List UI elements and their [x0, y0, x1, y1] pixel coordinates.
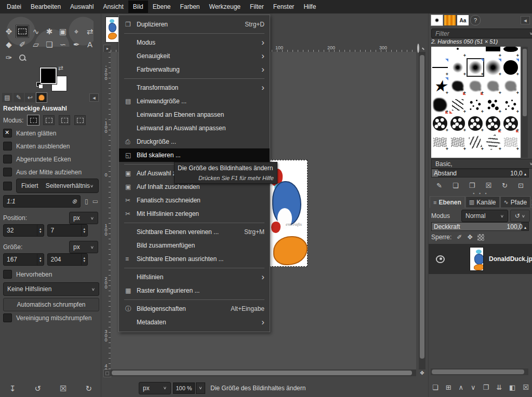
menu-ebene[interactable]: Ebene	[148, 1, 176, 13]
brush-thumbnail[interactable]	[502, 133, 520, 152]
duplicate-brush-icon[interactable]: ❐	[469, 182, 475, 189]
undo-history-tab-icon[interactable]: ↩	[25, 93, 35, 102]
position-y-input[interactable]	[48, 227, 81, 234]
size-width-input[interactable]	[4, 256, 37, 263]
brush-thumbnail[interactable]	[502, 77, 520, 95]
menu-item-farbverwaltung[interactable]: Farbverwaltung ›	[119, 63, 270, 76]
menu-item-modus[interactable]: Modus ›	[119, 36, 270, 49]
transform-tool-icon[interactable]: ⌖	[70, 25, 83, 38]
clear-icon[interactable]: ⊗	[72, 198, 77, 205]
spin-arrows-icon[interactable]: ▴▾	[37, 254, 44, 265]
menu-item-fanatisch-zuschneiden[interactable]: ✂ Fanatisch zuschneiden	[119, 194, 270, 207]
brush-thumbnail[interactable]	[449, 133, 467, 152]
layer-name[interactable]: DonaldDuck.jp	[489, 255, 532, 263]
brush-thumbnail[interactable]	[449, 47, 467, 58]
antialias-checkbox[interactable]	[3, 129, 12, 138]
move-tool-icon[interactable]: ✥	[2, 25, 16, 38]
mode-reset-button[interactable]: ↺ ∨	[510, 210, 530, 222]
menu-item-mit-hilfslinien-zerlegen[interactable]: ✂ Mit Hilfslinien zerlegen	[119, 207, 270, 221]
brush-thumbnail[interactable]	[484, 114, 502, 133]
tool-options-tab-icon[interactable]: ▤	[2, 93, 12, 102]
brush-thumbnail[interactable]	[502, 58, 520, 77]
fixed-type-dropdown[interactable]: Fixiert Seitenverhältnis ∨	[16, 179, 99, 193]
device-status-tab-icon[interactable]: ✎	[14, 93, 24, 102]
menu-werkzeuge[interactable]: Werkzeuge	[205, 1, 245, 13]
menu-item-bild-zusammenfuegen[interactable]: Bild zusammenfügen	[119, 239, 270, 252]
menu-fenster[interactable]: Fenster	[269, 1, 299, 13]
landscape-icon[interactable]: ▭	[92, 198, 98, 205]
menu-item-sichtbare-ebenen-ausrichten[interactable]: ≡ Sichtbare Ebenen ausrichten ...	[119, 252, 270, 266]
brush-thumbnail[interactable]	[467, 114, 484, 133]
menu-item-leinwandgroesse[interactable]: ▤ Leinwandgröße ...	[119, 94, 270, 108]
menu-item-duplizieren[interactable]: ❐ Duplizieren Strg+D	[119, 18, 270, 31]
menu-hilfe[interactable]: Hilfe	[299, 1, 321, 13]
brush-thumbnail[interactable]	[449, 95, 467, 114]
brush-thumbnail[interactable]	[431, 133, 449, 152]
fuzzy-select-tool-icon[interactable]: ✱	[43, 25, 56, 38]
mode-replace-button[interactable]	[28, 115, 39, 125]
vertical-scrollbar[interactable]	[419, 52, 425, 369]
position-y-stepper[interactable]: ▴▾	[47, 224, 88, 237]
free-select-tool-icon[interactable]: ∿	[29, 25, 43, 38]
rectangle-select-tool-icon[interactable]	[16, 25, 29, 38]
aspect-ratio-input[interactable]: 1:1 ⊗	[3, 195, 81, 208]
help-tab-icon[interactable]: ?	[470, 15, 481, 25]
menu-farben[interactable]: Farben	[176, 1, 205, 13]
lower-layer-icon[interactable]: ∨	[471, 384, 476, 391]
position-unit-dropdown[interactable]: px ∨	[69, 212, 98, 224]
brush-thumbnail[interactable]	[431, 58, 449, 77]
brush-thumbnail[interactable]	[449, 58, 467, 77]
flip-tool-icon[interactable]: ⇄	[83, 25, 97, 38]
swap-colors-icon[interactable]: ⇄	[58, 64, 63, 72]
brushes-tab-icon[interactable]	[431, 15, 443, 25]
size-height-input[interactable]	[48, 256, 81, 263]
smudge-tool-icon[interactable]: ∽	[56, 38, 70, 51]
mode-intersect-button[interactable]	[74, 115, 86, 125]
paintbrush-tool-icon[interactable]: ✐	[16, 38, 29, 51]
portrait-icon[interactable]: ▯	[85, 198, 88, 205]
brush-grid[interactable]: ★	[431, 47, 521, 158]
auto-shrink-button[interactable]: Automatisch schrumpfen	[3, 298, 99, 311]
position-x-stepper[interactable]: ▴▾	[3, 224, 44, 237]
menu-filter[interactable]: Filter	[245, 1, 269, 13]
new-brush-icon[interactable]: ❏	[453, 182, 459, 189]
unit-dropdown[interactable]: px ∨	[139, 382, 171, 394]
brush-thumbnail[interactable]	[502, 47, 520, 58]
menu-item-sichtbare-ebenen-vereinen[interactable]: Sichtbare Ebenen vereinen ... Strg+M	[119, 225, 270, 239]
restore-settings-icon[interactable]: ↺	[35, 384, 42, 393]
spin-arrows-icon[interactable]: ▴▾	[81, 225, 88, 236]
spin-arrows-icon[interactable]: ▴▾	[81, 254, 88, 265]
crop-tool-icon[interactable]: ▣	[56, 25, 70, 38]
patterns-tab-icon[interactable]	[444, 15, 456, 25]
menu-ansicht[interactable]: Ansicht	[98, 1, 128, 13]
delete-layer-icon[interactable]: ☒	[523, 384, 529, 391]
menu-bild[interactable]: Bild	[128, 1, 148, 13]
expand-from-center-checkbox[interactable]	[3, 168, 12, 176]
spin-arrows-icon[interactable]: ▴▾	[37, 225, 44, 236]
brush-thumbnail[interactable]	[484, 47, 502, 58]
fonts-tab-icon[interactable]: Aa	[457, 15, 469, 25]
layer-thumbnail[interactable]	[470, 247, 484, 271]
menu-item-transformation[interactable]: Transformation ›	[119, 81, 270, 94]
tab-layers[interactable]: ≡ Ebenen	[430, 196, 465, 208]
menu-item-hilfslinien[interactable]: Hilfslinien ›	[119, 270, 270, 284]
brush-filter-input[interactable]: Filter ∨	[431, 29, 532, 38]
new-layer-icon[interactable]: ❏	[432, 384, 438, 391]
bucket-fill-tool-icon[interactable]: ◆	[2, 38, 16, 51]
brush-set-dropdown[interactable]: Basic, ∨	[431, 159, 532, 169]
rounded-corners-checkbox[interactable]	[3, 155, 12, 163]
menu-datei[interactable]: Datei	[2, 1, 26, 13]
brush-thumbnail[interactable]	[467, 95, 484, 114]
brush-thumbnail[interactable]	[467, 133, 484, 152]
highlight-checkbox[interactable]	[3, 270, 12, 279]
layer-mode-dropdown[interactable]: Normal ∨	[461, 210, 508, 222]
guides-dropdown[interactable]: Keine Hilfslinien ∨	[3, 282, 99, 296]
lock-alpha-icon[interactable]	[477, 234, 484, 241]
menu-auswahl[interactable]: Auswahl	[65, 1, 98, 13]
layer-mask-icon[interactable]: ◧	[509, 384, 515, 391]
menu-bearbeiten[interactable]: Bearbeiten	[26, 1, 65, 13]
save-settings-icon[interactable]: ↧	[9, 384, 16, 393]
dock-collapse-icon[interactable]: ◂	[521, 16, 530, 24]
menu-item-genauigkeit[interactable]: Genauigkeit ›	[119, 49, 270, 63]
menu-item-leinwand-an-auswahl[interactable]: Leinwand an Auswahl anpassen	[119, 121, 270, 135]
